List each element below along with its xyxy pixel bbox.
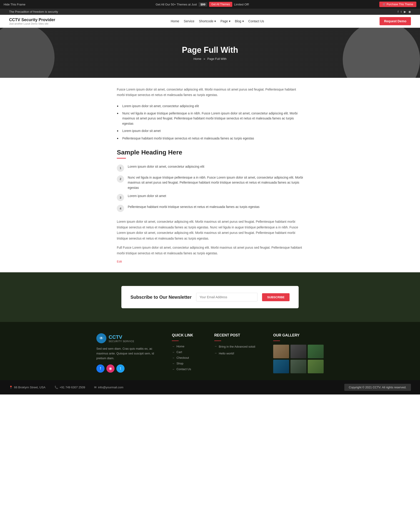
recent-post-2: → Hello world! xyxy=(214,351,264,356)
gallery-item-5[interactable] xyxy=(290,360,306,373)
email-icon: ✉ xyxy=(94,386,97,389)
site-logo: CCTV Security Provider Just another Luzu… xyxy=(9,17,55,25)
nav-shortcode[interactable]: Shortcode ▾ xyxy=(199,19,216,23)
gallery-item-1[interactable] xyxy=(273,345,289,358)
breadcrumb-current: Page Full With xyxy=(207,57,227,60)
hero-camera-right xyxy=(343,28,420,78)
purchase-button[interactable]: 🛒 Purchase This Theme xyxy=(379,2,416,7)
footer-link-shop-anchor[interactable]: Shop xyxy=(176,362,183,365)
nav-home[interactable]: Home xyxy=(171,19,179,23)
recent-post-heading: RECENT POST xyxy=(214,333,264,337)
bullet-item-3: Lorem ipsum dolor sit amet xyxy=(117,127,303,134)
instagram-icon-top[interactable]: ◉ xyxy=(408,10,411,13)
get-all-button[interactable]: Get All Themes xyxy=(209,2,232,7)
footer-address: 📍 66 Broklyrn Street, USA xyxy=(9,386,45,389)
nav-contact[interactable]: Contact Us xyxy=(248,19,264,23)
nav-blog[interactable]: Blog ▾ xyxy=(235,19,244,23)
newsletter-section: Subscribe to Our Newsletter SUBSCRIBE xyxy=(0,272,420,322)
recent-post-text-2: Hello world! xyxy=(219,351,234,356)
footer-about: 👁 CCTV SECURITY SERVICE Sed sed sem diam… xyxy=(96,333,163,373)
numbered-list: 1 Lorem ipsum dolor sit amet, consectetu… xyxy=(117,164,303,212)
footer-link-cart: → Cart xyxy=(172,350,205,354)
footer-link-home: → Home xyxy=(172,345,205,348)
footer-link-contact-anchor[interactable]: Contact Us xyxy=(176,367,191,371)
hero-content: Page Full With Home » Page Full With xyxy=(182,45,238,60)
gallery-item-6[interactable] xyxy=(308,360,324,373)
footer-logo-icon: 👁 xyxy=(96,333,106,343)
hide-frame-button[interactable]: Hide This Frame xyxy=(4,3,25,6)
footer-description: Sed sed sem diam. Cras quis mattis ex, a… xyxy=(96,346,163,361)
recent-post-underline xyxy=(214,341,221,341)
twitter-button[interactable]: t xyxy=(116,365,124,373)
arrow-icon-shop: → xyxy=(172,362,174,365)
subscribe-button[interactable]: SUBSCRIBE xyxy=(262,293,290,301)
footer-link-shop: → Shop xyxy=(172,362,205,365)
footer-gallery: OUR GALLERY xyxy=(273,333,324,373)
footer-recent-posts: RECENT POST → Bring in the Advanced solu… xyxy=(214,333,264,373)
footer-link-checkout: → Checkout xyxy=(172,356,205,359)
numbered-item-1: 1 Lorem ipsum dolor sit amet, consectetu… xyxy=(117,164,303,172)
twitter-icon-top[interactable]: t xyxy=(401,10,402,13)
offer-text: Get All Our 50+ Themes at Just xyxy=(156,3,197,6)
bullet-item-4: Pellentesque habitant morbi tristique se… xyxy=(117,135,303,142)
edit-link[interactable]: Edit xyxy=(117,260,122,263)
recent-post-arrow-1: → xyxy=(214,345,217,348)
footer-link-cart-anchor[interactable]: Cart xyxy=(176,350,182,354)
breadcrumb-home[interactable]: Home xyxy=(193,57,201,60)
footer-logo-text: CCTV SECURITY SERVICE xyxy=(109,334,134,343)
intro-paragraph: Fusce Lorem ipsum dolor sit amet, consec… xyxy=(117,87,303,98)
quick-link-heading: QUICK LINK xyxy=(172,333,205,337)
limited-offer-text: Limited Off! xyxy=(234,3,249,6)
bullet-item-2: Nunc vel ligula in augue tristique pelle… xyxy=(117,110,303,127)
footer-link-home-anchor[interactable]: Home xyxy=(176,345,184,348)
numbered-item-4: 4 Pellentesque habitant morbi tristique … xyxy=(117,204,303,212)
facebook-button[interactable]: f xyxy=(96,365,105,373)
phone-icon: 📞 xyxy=(55,386,58,389)
info-text: The Precaditon of freedom is security xyxy=(9,10,58,13)
footer-link-contact: → Contact Us xyxy=(172,367,205,371)
gallery-item-3[interactable] xyxy=(308,345,324,358)
nav-page[interactable]: Page ▾ xyxy=(220,19,231,23)
hero-section: Page Full With Home » Page Full With xyxy=(0,28,420,78)
instagram-button[interactable]: ◉ xyxy=(106,365,115,373)
arrow-icon-cart: → xyxy=(172,351,174,354)
newsletter-box: Subscribe to Our Newsletter SUBSCRIBE xyxy=(121,286,299,308)
hero-title: Page Full With xyxy=(182,45,238,55)
offer-area: Get All Our 50+ Themes at Just $99 Get A… xyxy=(156,2,249,7)
newsletter-email-input[interactable] xyxy=(196,293,258,301)
footer-logo: 👁 CCTV SECURITY SERVICE xyxy=(96,333,163,343)
quick-link-list: → Home → Cart → Checkout → Shop → Cont xyxy=(172,345,205,371)
gallery-item-4[interactable] xyxy=(273,360,289,373)
footer-email: ✉ info@yourmail.com xyxy=(94,386,123,389)
facebook-icon-top[interactable]: f xyxy=(398,10,399,13)
numbered-item-3: 3 Lorem ipsum dolor sit amet xyxy=(117,193,303,201)
breadcrumb: Home » Page Full With xyxy=(182,57,238,60)
nav-service[interactable]: Service xyxy=(184,19,195,23)
gallery-grid xyxy=(273,345,324,373)
top-bar-right: 🛒 Purchase This Theme xyxy=(379,2,416,7)
youtube-icon-top[interactable]: ▶ xyxy=(404,10,406,13)
heading-underline xyxy=(117,158,126,158)
footer-link-checkout-anchor[interactable]: Checkout xyxy=(176,356,189,359)
quick-link-underline xyxy=(172,341,179,341)
footer-copyright: Copyright © 2021 CCTV. All rights reserv… xyxy=(344,384,411,391)
gallery-item-2[interactable] xyxy=(290,345,306,358)
arrow-icon: → xyxy=(172,345,174,348)
hero-camera-left xyxy=(0,28,55,78)
footer-socials: f ◉ t xyxy=(96,365,163,373)
bullet-item-1: Lorem ipsum dolor sit amet, consectetur … xyxy=(117,102,303,110)
bullet-list: Lorem ipsum dolor sit amet, consectetur … xyxy=(117,102,303,142)
gallery-heading: OUR GALLERY xyxy=(273,333,324,337)
footer-brand-sub: SECURITY SERVICE xyxy=(109,340,134,343)
numbered-item-2: 2 Nunc vel ligula in augue tristique pel… xyxy=(117,175,303,190)
main-content: Fusce Lorem ipsum dolor sit amet, consec… xyxy=(108,87,312,263)
body-text-2: Full Fusce Lorem ipsum dolor sit amet, c… xyxy=(117,245,303,256)
price-badge: $99 xyxy=(199,2,207,7)
request-demo-button[interactable]: Request Demo xyxy=(380,17,411,25)
footer-main: 👁 CCTV SECURITY SERVICE Sed sed sem diam… xyxy=(0,322,420,380)
footer-brand: CCTV xyxy=(109,334,134,340)
footer-bottom-info: 📍 66 Broklyrn Street, USA 📞 +91 749 6307… xyxy=(9,386,123,389)
top-bar: Hide This Frame Get All Our 50+ Themes a… xyxy=(0,0,420,9)
gallery-underline xyxy=(273,341,280,341)
newsletter-title: Subscribe to Our Newsletter xyxy=(130,295,192,300)
